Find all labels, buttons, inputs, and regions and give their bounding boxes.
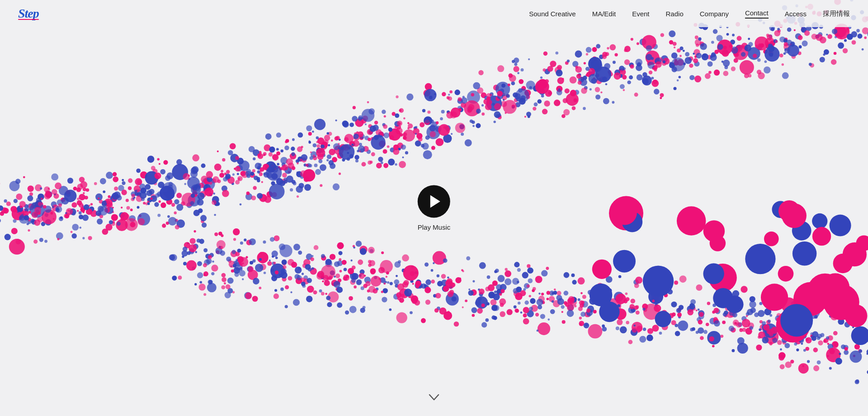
play-label: Play Music bbox=[418, 223, 451, 231]
nav-item-event[interactable]: Event bbox=[632, 10, 649, 18]
play-music-button[interactable] bbox=[418, 185, 450, 218]
logo[interactable]: Step bbox=[18, 6, 39, 21]
nav-item-company[interactable]: Company bbox=[700, 10, 729, 18]
header: Step Sound CreativeMA/EditEventRadioComp… bbox=[0, 0, 868, 27]
play-container: Play Music bbox=[418, 185, 451, 231]
nav-item-ma-edit[interactable]: MA/Edit bbox=[592, 10, 616, 18]
nav-item-----[interactable]: 採用情報 bbox=[823, 9, 850, 18]
nav-item-radio[interactable]: Radio bbox=[666, 10, 684, 18]
nav-item-sound-creative[interactable]: Sound Creative bbox=[529, 10, 576, 18]
nav: Sound CreativeMA/EditEventRadioCompanyCo… bbox=[529, 9, 850, 19]
nav-item-access[interactable]: Access bbox=[785, 10, 807, 18]
scroll-down-chevron[interactable] bbox=[429, 393, 439, 403]
nav-item-contact[interactable]: Contact bbox=[745, 9, 769, 19]
